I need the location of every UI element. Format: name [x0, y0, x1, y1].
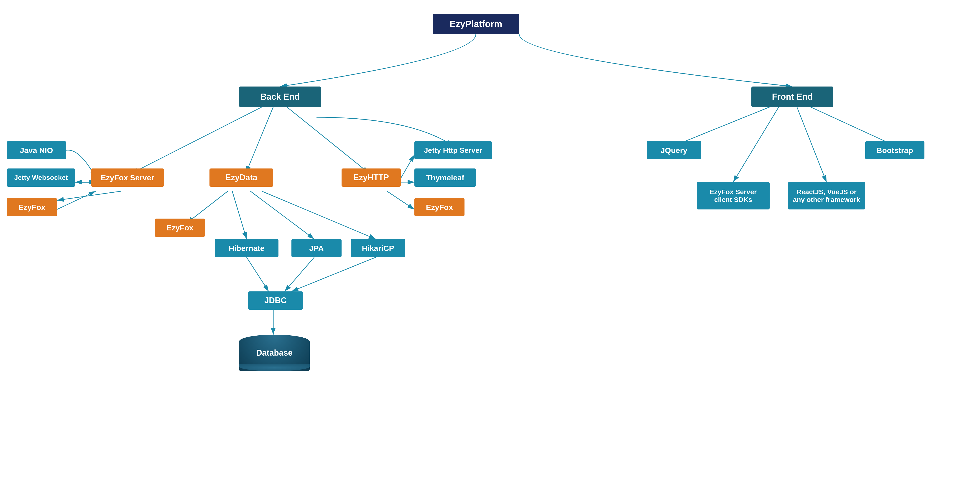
node-ezyfox-left: EzyFox — [7, 198, 57, 216]
connection-lines — [0, 0, 980, 492]
svg-line-1 — [132, 107, 262, 173]
svg-line-11 — [262, 191, 376, 239]
node-frontend: Front End — [751, 86, 834, 107]
node-jetty-websocket: Jetty Websocket — [7, 169, 75, 187]
node-ezyhttp: EzyHTTP — [342, 169, 401, 187]
diagram-container: EzyPlatform Back End Front End Java NIO … — [0, 0, 980, 492]
svg-line-7 — [57, 191, 95, 209]
node-ezyfox-client: EzyFox Server client SDKs — [697, 182, 770, 209]
node-ezyfox-server: EzyFox Server — [91, 169, 164, 187]
node-database: Database — [239, 335, 310, 371]
node-hibernate: Hibernate — [215, 239, 278, 257]
svg-line-10 — [250, 191, 314, 239]
node-reactjs: ReactJS, VueJS or any other framework — [788, 182, 865, 209]
svg-line-14 — [291, 257, 376, 291]
node-jdbc: JDBC — [248, 291, 303, 310]
node-ezyfox-data: EzyFox — [155, 218, 205, 237]
svg-line-13 — [285, 257, 314, 291]
node-ezydata: EzyData — [210, 169, 273, 187]
node-bootstrap: Bootstrap — [865, 141, 924, 159]
node-java-nio: Java NIO — [7, 141, 66, 159]
node-jetty-http: Jetty Http Server — [414, 141, 492, 159]
node-jquery: JQuery — [647, 141, 701, 159]
node-ezyfox-right: EzyFox — [414, 198, 465, 216]
svg-line-6 — [57, 191, 121, 201]
svg-line-20 — [733, 107, 779, 182]
node-ezyplatform: EzyPlatform — [433, 14, 519, 34]
svg-line-18 — [387, 191, 414, 209]
node-backend: Back End — [239, 86, 321, 107]
node-jpa: JPA — [291, 239, 342, 257]
svg-line-19 — [674, 107, 770, 146]
svg-line-8 — [187, 191, 228, 223]
svg-line-3 — [287, 107, 369, 173]
svg-line-12 — [247, 257, 269, 291]
node-hikaricp: HikariCP — [351, 239, 405, 257]
svg-line-22 — [811, 107, 895, 146]
node-thymeleaf: Thymeleaf — [414, 169, 476, 187]
svg-line-2 — [246, 107, 273, 173]
svg-line-21 — [797, 107, 827, 182]
svg-line-9 — [232, 191, 247, 239]
svg-line-16 — [398, 155, 414, 182]
